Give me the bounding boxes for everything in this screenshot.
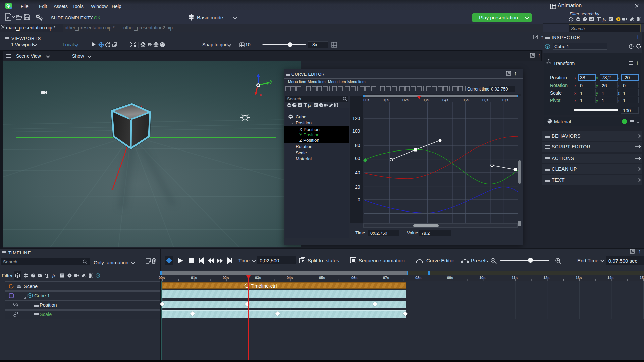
svg-text:x: x <box>260 92 262 97</box>
svg-text:y: y <box>270 78 272 84</box>
